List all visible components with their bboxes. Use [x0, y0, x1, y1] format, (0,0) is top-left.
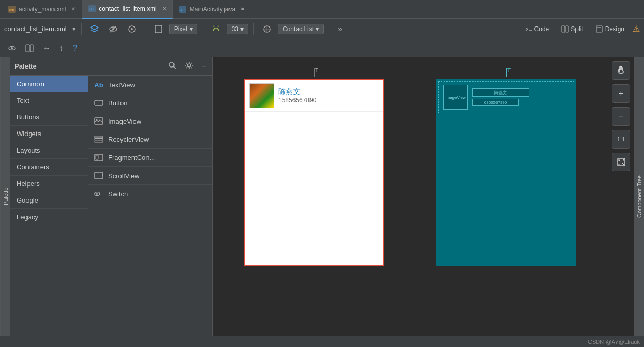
svg-rect-39: [96, 155, 98, 159]
tab-contact-list-item[interactable]: </> contact_list_item.xml ✕: [82, 0, 172, 19]
palette-vertical-label[interactable]: Palette: [0, 57, 10, 336]
main-toolbar: contact_list_item.xml ▾ Pixel ▾: [0, 19, 644, 39]
svg-rect-36: [95, 139, 103, 140]
target-btn[interactable]: [124, 22, 140, 36]
blueprint-imageview: ImageView: [443, 85, 468, 110]
tab-label-main-activity: MainActivity.java: [190, 6, 235, 13]
palette-item-textview[interactable]: Ab TextView: [88, 76, 212, 94]
svg-rect-28: [30, 45, 33, 52]
file-dropdown-chevron[interactable]: ▾: [72, 25, 76, 33]
split-view-btn[interactable]: [22, 42, 37, 55]
palette-item-button[interactable]: Button: [88, 94, 212, 112]
palette-cat-buttons[interactable]: Buttons: [10, 109, 88, 126]
palette-search-btn[interactable]: [166, 60, 179, 72]
minus-icon: −: [619, 112, 623, 121]
svg-rect-23: [596, 26, 602, 32]
tab-label-activity-main: activity_main.xml: [19, 6, 66, 13]
split-label: Split: [571, 25, 583, 33]
app-theme-btn[interactable]: [259, 22, 275, 36]
tab-label-contact-list-item: contact_list_item.xml: [99, 5, 156, 12]
api-dropdown[interactable]: 33 ▾: [227, 24, 248, 34]
textview-icon: Ab: [93, 79, 104, 90]
svg-point-14: [217, 28, 218, 29]
contact-phone: 15856567890: [278, 97, 316, 104]
svg-point-31: [187, 64, 191, 67]
palette-item-fragmentcon[interactable]: FragmentCon...: [88, 149, 212, 167]
imageview-label: ImageView: [108, 117, 141, 125]
help-btn[interactable]: ?: [73, 44, 77, 53]
secondary-toolbar: ↔ ↕ ?: [0, 39, 644, 57]
ruler-center-mark: [314, 68, 315, 77]
svg-point-29: [169, 62, 174, 67]
blueprint-t-label: T: [507, 68, 511, 73]
expand-btn[interactable]: [612, 153, 630, 171]
blueprint-name-text: 陈燕文: [494, 90, 507, 96]
app-label: ContactList: [283, 25, 314, 33]
imageview-icon: [93, 116, 104, 126]
zoom-fit-btn[interactable]: 1:1: [612, 130, 630, 149]
recyclerview-label: RecyclerView: [108, 136, 149, 143]
design-canvas[interactable]: 陈燕文 15856567890: [244, 79, 384, 266]
eye-btn-2[interactable]: [4, 42, 20, 55]
tab-close-activity-main[interactable]: ✕: [71, 6, 75, 12]
svg-point-43: [95, 193, 98, 195]
palette-item-recyclerview[interactable]: RecyclerView: [88, 130, 212, 149]
main-content: Palette Palette − Common: [0, 57, 644, 336]
design-btn[interactable]: Design: [592, 24, 628, 34]
palette-item-imageview[interactable]: ImageView: [88, 112, 212, 130]
tab-activity-main[interactable]: </> activity_main.xml ✕: [2, 0, 82, 19]
file-dropdown-label: contact_list_item.xml: [4, 25, 67, 33]
tab-close-contact-list-item[interactable]: ✕: [162, 6, 166, 11]
palette-settings-btn[interactable]: [183, 60, 195, 72]
blueprint-info: 陈燕文 6856567890: [472, 88, 529, 106]
svg-line-19: [526, 29, 528, 31]
android-version-btn[interactable]: [208, 22, 224, 36]
palette-cat-legacy[interactable]: Legacy: [10, 209, 88, 225]
more-btn[interactable]: »: [334, 22, 345, 36]
palette-title: Palette: [15, 62, 162, 70]
tab-bar: </> activity_main.xml ✕ </> contact_list…: [0, 0, 644, 19]
tab-main-activity[interactable]: J MainActivity.java ✕: [173, 0, 251, 19]
arrow-h-btn[interactable]: ↔: [39, 42, 54, 55]
blueprint-ruler-top: T: [436, 68, 576, 77]
blueprint-name-bar: 陈燕文: [472, 88, 529, 97]
tab-close-main-activity[interactable]: ✕: [240, 6, 245, 12]
ruler-top: T: [244, 68, 384, 77]
svg-rect-12: [157, 32, 160, 32]
blueprint-canvas[interactable]: ImageView 陈燕文 6856567890: [436, 79, 576, 266]
palette-cat-text[interactable]: Text: [10, 92, 88, 109]
warning-icon: ⚠: [633, 24, 640, 34]
device-btn[interactable]: [151, 22, 166, 36]
eye-btn[interactable]: [105, 22, 121, 36]
component-tree-vertical-label[interactable]: Component Tree: [634, 57, 644, 336]
pixel-dropdown[interactable]: Pixel ▾: [169, 24, 197, 34]
zoom-in-btn[interactable]: +: [612, 84, 630, 103]
app-dropdown[interactable]: ContactList ▾: [278, 24, 324, 34]
xml-icon-2: </>: [88, 5, 96, 12]
arrow-v-btn[interactable]: ↕: [56, 42, 66, 55]
palette-cat-layouts[interactable]: Layouts: [10, 142, 88, 159]
scrollview-label: ScrollView: [108, 172, 139, 180]
svg-rect-37: [95, 141, 103, 142]
layers-btn[interactable]: [87, 22, 102, 36]
svg-text:J: J: [180, 8, 182, 12]
contact-avatar: [249, 83, 274, 108]
svg-point-26: [11, 47, 13, 49]
palette-cat-helpers[interactable]: Helpers: [10, 176, 88, 192]
svg-line-15: [213, 26, 214, 27]
code-btn[interactable]: Code: [521, 24, 554, 34]
palette-item-switch[interactable]: Switch: [88, 185, 212, 203]
palette-collapse-btn[interactable]: −: [199, 61, 208, 72]
status-credit: CSDN @A7@Eliauk: [588, 339, 640, 345]
palette-cat-containers[interactable]: Containers: [10, 159, 88, 176]
split-btn[interactable]: Split: [557, 24, 587, 34]
palette-cat-widgets[interactable]: Widgets: [10, 126, 88, 142]
palette-header: Palette −: [10, 57, 212, 76]
button-label: Button: [108, 99, 128, 107]
palette-cat-common[interactable]: Common: [10, 76, 88, 92]
pan-tool-btn[interactable]: [612, 61, 630, 80]
zoom-out-btn[interactable]: −: [612, 107, 630, 126]
palette-item-scrollview[interactable]: ScrollView: [88, 167, 212, 185]
palette-cat-google[interactable]: Google: [10, 192, 88, 209]
toolbar-sep-1: [81, 23, 82, 35]
